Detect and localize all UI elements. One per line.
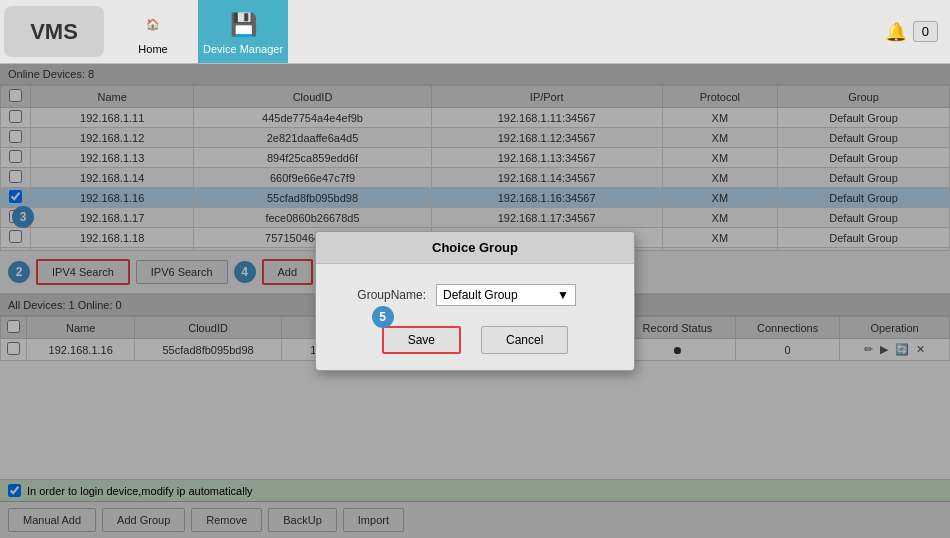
bell-icon: 🔔 (885, 21, 907, 43)
modal-overlay: Choice Group GroupName: Default Group ▼ … (0, 64, 950, 538)
modal-save-button[interactable]: Save (382, 326, 461, 354)
vms-logo: VMS (4, 6, 104, 57)
main-area: Online Devices: 8 Name CloudID IP/Port P… (0, 64, 950, 538)
group-name-select[interactable]: Default Group ▼ (436, 284, 576, 306)
home-icon: 🏠 (137, 9, 169, 41)
modal-title: Choice Group (316, 232, 634, 264)
step5-circle: 5 (372, 306, 394, 328)
notification-area: 🔔 0 (885, 0, 950, 63)
notification-count: 0 (913, 21, 938, 42)
modal-cancel-button[interactable]: Cancel (481, 326, 568, 354)
top-bar: VMS 🏠 Home 💾 Device Manager 🔔 0 (0, 0, 950, 64)
nav-home[interactable]: 🏠 Home (108, 0, 198, 63)
modal-group-row: GroupName: Default Group ▼ (336, 284, 614, 306)
choice-group-modal: Choice Group GroupName: Default Group ▼ … (315, 231, 635, 371)
nav-device-manager[interactable]: 💾 Device Manager (198, 0, 288, 63)
device-manager-icon: 💾 (227, 9, 259, 41)
modal-buttons: 5 Save Cancel (316, 326, 634, 370)
group-name-label: GroupName: (336, 288, 426, 302)
modal-body: GroupName: Default Group ▼ (316, 264, 634, 326)
